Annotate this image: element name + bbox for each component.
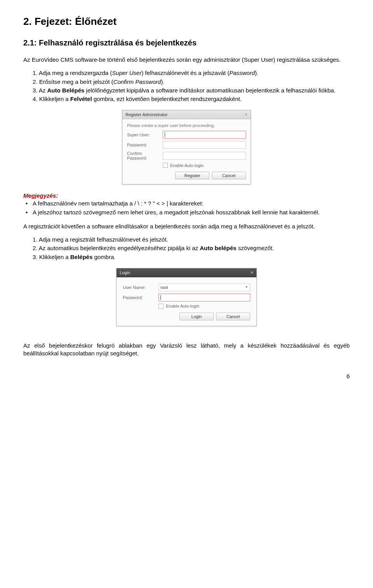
password-input[interactable]: [163, 141, 246, 149]
step-4: 4. Klikkeljen a Felvétel gombra, ezt köv…: [33, 95, 350, 103]
close-icon[interactable]: ×: [251, 270, 253, 275]
after-registration-paragraph: A regisztrációt követően a software elin…: [23, 223, 350, 230]
password-label: Password:: [127, 143, 163, 147]
login-button[interactable]: Login: [180, 313, 214, 320]
page-number: 6: [23, 373, 350, 379]
confirm-password-label: Confirm Password:: [127, 151, 163, 160]
note-item-1: A felhasználónév nem tartalmazhatja a / …: [33, 200, 350, 207]
login-dialog: Login × User Name: root Password: Enable…: [116, 268, 257, 326]
note-list: A felhasználónév nem tartalmazhatja a / …: [33, 200, 350, 216]
steps-list-2: 1. Adja meg a regisztrált felhasználónev…: [33, 236, 350, 261]
dialog-titlebar: Register Administrator ×: [122, 110, 251, 119]
note-heading: Megjegyzés:: [23, 192, 350, 199]
autologin-label: Enable Auto-login: [166, 304, 199, 308]
section-heading: 2.1: Felhasználó regisztrálása és bejele…: [23, 38, 350, 47]
confirm-password-input[interactable]: [163, 152, 246, 160]
step-2: 2. Erősítse meg a beírt jelszót (Confirm…: [33, 78, 350, 86]
password-input[interactable]: [159, 294, 250, 301]
register-dialog: Register Administrator × Please create a…: [122, 110, 251, 184]
step-1: 1. Adja meg a rendszergazda (Super User)…: [33, 69, 350, 77]
login-step-2: 2. Az automatikus bejelentkezés engedély…: [33, 244, 350, 252]
note-item-2: A jelszóhoz tartozó szövegmező nem lehet…: [33, 209, 350, 216]
register-button[interactable]: Register: [175, 172, 209, 179]
dialog-titlebar: Login ×: [117, 268, 256, 277]
login-step-3: 3. Klikkeljen a Belépés gombra.: [33, 253, 350, 261]
autologin-checkbox[interactable]: [163, 163, 168, 168]
username-select[interactable]: root: [159, 284, 250, 291]
autologin-label: Enable Auto-login: [170, 163, 204, 168]
chapter-heading: 2. Fejezet: Élőnézet: [23, 16, 350, 28]
dialog-title: Register Administrator: [125, 112, 167, 117]
steps-list-1: 1. Adja meg a rendszergazda (Super User)…: [33, 69, 350, 103]
step-3: 3. Az Auto Belépés jelölőnégyzetet kipip…: [33, 87, 350, 94]
login-step-1: 1. Adja meg a regisztrált felhasználónev…: [33, 236, 350, 244]
super-user-label: Super User:: [127, 132, 163, 137]
autologin-checkbox[interactable]: [159, 304, 164, 309]
password-label: Password:: [123, 295, 159, 300]
dialog-title: Login: [120, 270, 130, 275]
dialog-hint: Please create a super user before procee…: [127, 123, 246, 128]
username-label: User Name:: [123, 285, 159, 290]
closing-paragraph: Az első bejelentkezéskor felugró ablakba…: [23, 342, 350, 358]
cancel-button[interactable]: Cancel: [216, 313, 250, 320]
close-icon[interactable]: ×: [245, 112, 248, 117]
intro-paragraph: Az EuroVideo CMS software-be történő els…: [23, 56, 350, 64]
cancel-button[interactable]: Cancel: [212, 172, 246, 179]
super-user-input[interactable]: [163, 131, 246, 139]
